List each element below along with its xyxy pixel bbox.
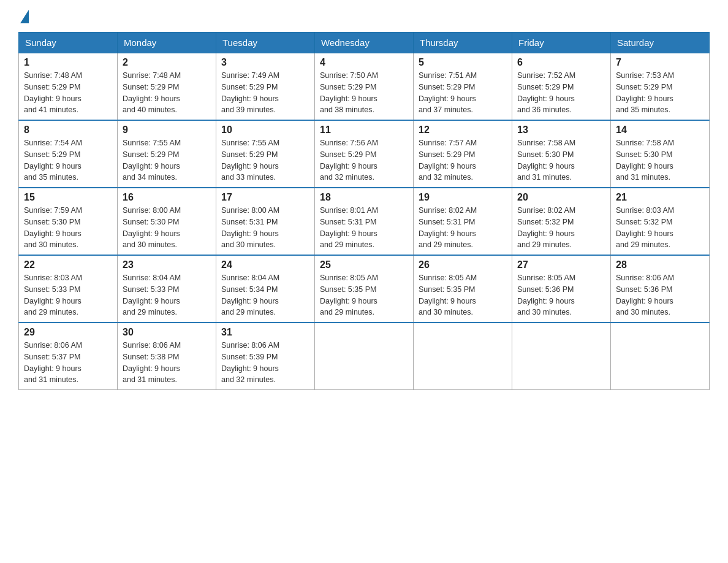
- calendar-day-cell: 25 Sunrise: 8:05 AM Sunset: 5:35 PM Dayl…: [315, 255, 414, 323]
- day-detail: Sunrise: 7:55 AM Sunset: 5:29 PM Dayligh…: [221, 137, 309, 183]
- day-detail: Sunrise: 8:06 AM Sunset: 5:39 PM Dayligh…: [221, 340, 309, 386]
- day-number: 25: [320, 259, 408, 270]
- day-detail: Sunrise: 8:05 AM Sunset: 5:35 PM Dayligh…: [419, 272, 507, 318]
- day-detail: Sunrise: 7:56 AM Sunset: 5:29 PM Dayligh…: [320, 137, 408, 183]
- day-number: 21: [616, 192, 704, 203]
- calendar-day-cell: [611, 323, 710, 390]
- calendar-day-cell: 22 Sunrise: 8:03 AM Sunset: 5:33 PM Dayl…: [19, 255, 118, 323]
- calendar-header-tuesday: Tuesday: [216, 33, 315, 53]
- calendar-header-wednesday: Wednesday: [315, 33, 414, 53]
- day-detail: Sunrise: 7:55 AM Sunset: 5:29 PM Dayligh…: [123, 137, 211, 183]
- calendar-day-cell: 12 Sunrise: 7:57 AM Sunset: 5:29 PM Dayl…: [414, 120, 512, 188]
- calendar-day-cell: 16 Sunrise: 8:00 AM Sunset: 5:30 PM Dayl…: [118, 188, 216, 255]
- logo-triangle-icon: [20, 10, 29, 23]
- day-detail: Sunrise: 8:03 AM Sunset: 5:32 PM Dayligh…: [616, 205, 704, 251]
- day-detail: Sunrise: 7:58 AM Sunset: 5:30 PM Dayligh…: [616, 137, 704, 183]
- calendar-week-row: 8 Sunrise: 7:54 AM Sunset: 5:29 PM Dayli…: [19, 120, 710, 188]
- calendar-day-cell: 24 Sunrise: 8:04 AM Sunset: 5:34 PM Dayl…: [216, 255, 315, 323]
- day-number: 12: [419, 124, 507, 136]
- calendar-week-row: 22 Sunrise: 8:03 AM Sunset: 5:33 PM Dayl…: [19, 255, 710, 323]
- day-detail: Sunrise: 7:54 AM Sunset: 5:29 PM Dayligh…: [24, 137, 112, 183]
- calendar-week-row: 15 Sunrise: 7:59 AM Sunset: 5:30 PM Dayl…: [19, 188, 710, 255]
- calendar-day-cell: 4 Sunrise: 7:50 AM Sunset: 5:29 PM Dayli…: [315, 53, 414, 121]
- day-number: 16: [123, 192, 211, 203]
- day-detail: Sunrise: 8:04 AM Sunset: 5:34 PM Dayligh…: [221, 272, 309, 318]
- day-detail: Sunrise: 8:01 AM Sunset: 5:31 PM Dayligh…: [320, 205, 408, 251]
- day-detail: Sunrise: 7:48 AM Sunset: 5:29 PM Dayligh…: [123, 70, 211, 116]
- day-number: 19: [419, 192, 507, 203]
- calendar-day-cell: [414, 323, 512, 390]
- calendar-day-cell: 23 Sunrise: 8:04 AM Sunset: 5:33 PM Dayl…: [118, 255, 216, 323]
- calendar-header-thursday: Thursday: [414, 33, 512, 53]
- day-number: 5: [419, 57, 507, 68]
- day-detail: Sunrise: 8:03 AM Sunset: 5:33 PM Dayligh…: [24, 272, 112, 318]
- day-number: 18: [320, 192, 408, 203]
- day-number: 29: [24, 327, 112, 338]
- day-number: 4: [320, 57, 408, 68]
- calendar-day-cell: 9 Sunrise: 7:55 AM Sunset: 5:29 PM Dayli…: [118, 120, 216, 188]
- calendar-day-cell: 6 Sunrise: 7:52 AM Sunset: 5:29 PM Dayli…: [512, 53, 611, 121]
- day-number: 26: [419, 259, 507, 270]
- calendar-day-cell: 31 Sunrise: 8:06 AM Sunset: 5:39 PM Dayl…: [216, 323, 315, 390]
- calendar-week-row: 29 Sunrise: 8:06 AM Sunset: 5:37 PM Dayl…: [19, 323, 710, 390]
- calendar-header-sunday: Sunday: [19, 33, 118, 53]
- calendar-day-cell: 14 Sunrise: 7:58 AM Sunset: 5:30 PM Dayl…: [611, 120, 710, 188]
- calendar-day-cell: 10 Sunrise: 7:55 AM Sunset: 5:29 PM Dayl…: [216, 120, 315, 188]
- day-detail: Sunrise: 8:02 AM Sunset: 5:32 PM Dayligh…: [517, 205, 605, 251]
- calendar-day-cell: 27 Sunrise: 8:05 AM Sunset: 5:36 PM Dayl…: [512, 255, 611, 323]
- day-number: 15: [24, 192, 112, 203]
- day-detail: Sunrise: 8:00 AM Sunset: 5:30 PM Dayligh…: [123, 205, 211, 251]
- day-number: 2: [123, 57, 211, 68]
- day-detail: Sunrise: 7:57 AM Sunset: 5:29 PM Dayligh…: [419, 137, 507, 183]
- day-detail: Sunrise: 7:59 AM Sunset: 5:30 PM Dayligh…: [24, 205, 112, 251]
- day-number: 22: [24, 259, 112, 270]
- calendar-table: SundayMondayTuesdayWednesdayThursdayFrid…: [18, 32, 710, 390]
- calendar-day-cell: 18 Sunrise: 8:01 AM Sunset: 5:31 PM Dayl…: [315, 188, 414, 255]
- calendar-header-monday: Monday: [118, 33, 216, 53]
- day-number: 20: [517, 192, 605, 203]
- day-detail: Sunrise: 8:04 AM Sunset: 5:33 PM Dayligh…: [123, 272, 211, 318]
- day-detail: Sunrise: 7:49 AM Sunset: 5:29 PM Dayligh…: [221, 70, 309, 116]
- day-number: 10: [221, 124, 309, 136]
- calendar-day-cell: 29 Sunrise: 8:06 AM Sunset: 5:37 PM Dayl…: [19, 323, 118, 390]
- page-header: [18, 12, 710, 20]
- day-number: 27: [517, 259, 605, 270]
- day-number: 23: [123, 259, 211, 270]
- day-number: 1: [24, 57, 112, 68]
- logo: [18, 12, 29, 20]
- calendar-day-cell: 13 Sunrise: 7:58 AM Sunset: 5:30 PM Dayl…: [512, 120, 611, 188]
- calendar-day-cell: 3 Sunrise: 7:49 AM Sunset: 5:29 PM Dayli…: [216, 53, 315, 121]
- day-detail: Sunrise: 7:48 AM Sunset: 5:29 PM Dayligh…: [24, 70, 112, 116]
- day-number: 31: [221, 327, 309, 338]
- calendar-week-row: 1 Sunrise: 7:48 AM Sunset: 5:29 PM Dayli…: [19, 53, 710, 121]
- day-detail: Sunrise: 8:05 AM Sunset: 5:35 PM Dayligh…: [320, 272, 408, 318]
- calendar-day-cell: [315, 323, 414, 390]
- day-detail: Sunrise: 7:53 AM Sunset: 5:29 PM Dayligh…: [616, 70, 704, 116]
- calendar-day-cell: 11 Sunrise: 7:56 AM Sunset: 5:29 PM Dayl…: [315, 120, 414, 188]
- day-number: 7: [616, 57, 704, 68]
- calendar-day-cell: 1 Sunrise: 7:48 AM Sunset: 5:29 PM Dayli…: [19, 53, 118, 121]
- day-number: 3: [221, 57, 309, 68]
- day-detail: Sunrise: 8:02 AM Sunset: 5:31 PM Dayligh…: [419, 205, 507, 251]
- calendar-day-cell: 20 Sunrise: 8:02 AM Sunset: 5:32 PM Dayl…: [512, 188, 611, 255]
- calendar-day-cell: 21 Sunrise: 8:03 AM Sunset: 5:32 PM Dayl…: [611, 188, 710, 255]
- calendar-day-cell: 26 Sunrise: 8:05 AM Sunset: 5:35 PM Dayl…: [414, 255, 512, 323]
- calendar-header-friday: Friday: [512, 33, 611, 53]
- day-number: 17: [221, 192, 309, 203]
- day-detail: Sunrise: 8:06 AM Sunset: 5:37 PM Dayligh…: [24, 340, 112, 386]
- calendar-day-cell: 15 Sunrise: 7:59 AM Sunset: 5:30 PM Dayl…: [19, 188, 118, 255]
- calendar-day-cell: 8 Sunrise: 7:54 AM Sunset: 5:29 PM Dayli…: [19, 120, 118, 188]
- day-detail: Sunrise: 7:52 AM Sunset: 5:29 PM Dayligh…: [517, 70, 605, 116]
- day-detail: Sunrise: 7:58 AM Sunset: 5:30 PM Dayligh…: [517, 137, 605, 183]
- day-number: 8: [24, 124, 112, 136]
- day-detail: Sunrise: 7:50 AM Sunset: 5:29 PM Dayligh…: [320, 70, 408, 116]
- day-number: 11: [320, 124, 408, 136]
- day-number: 13: [517, 124, 605, 136]
- day-number: 28: [616, 259, 704, 270]
- calendar-day-cell: 2 Sunrise: 7:48 AM Sunset: 5:29 PM Dayli…: [118, 53, 216, 121]
- day-number: 6: [517, 57, 605, 68]
- calendar-day-cell: 17 Sunrise: 8:00 AM Sunset: 5:31 PM Dayl…: [216, 188, 315, 255]
- calendar-header-saturday: Saturday: [611, 33, 710, 53]
- day-detail: Sunrise: 7:51 AM Sunset: 5:29 PM Dayligh…: [419, 70, 507, 116]
- day-detail: Sunrise: 8:06 AM Sunset: 5:36 PM Dayligh…: [616, 272, 704, 318]
